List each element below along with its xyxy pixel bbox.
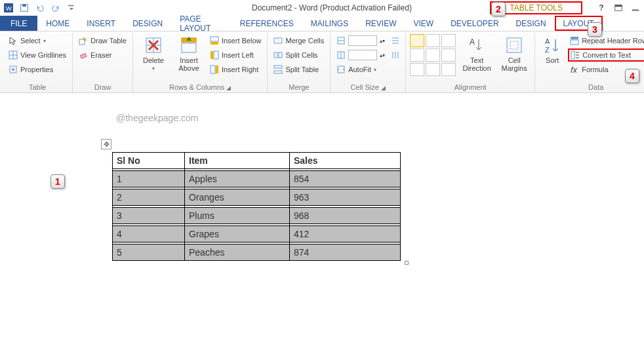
view-gridlines-button[interactable]: View Gridlines — [7, 49, 68, 62]
table-cell[interactable]: 854 — [290, 171, 401, 187]
rows-cols-dialog-launcher-icon[interactable]: ◢ — [226, 85, 231, 91]
table-resize-handle-icon[interactable] — [405, 261, 409, 265]
table-header-cell[interactable]: Sl No — [113, 153, 185, 169]
table-header-cell[interactable]: Item — [185, 153, 290, 169]
table-cell[interactable]: Peaches — [185, 244, 290, 261]
align-top-right[interactable] — [441, 34, 456, 47]
row-height-input[interactable]: ▴▾ — [334, 34, 387, 47]
tab-design[interactable]: DESIGN — [124, 16, 171, 31]
merge-cells-button[interactable]: Merge Cells — [272, 34, 326, 47]
table-row[interactable]: 1Apples854 — [113, 171, 401, 187]
align-bot-center[interactable] — [426, 63, 440, 76]
table-row[interactable]: 4Grapes412 — [113, 226, 401, 243]
distribute-cols-button[interactable] — [390, 49, 401, 62]
save-icon[interactable] — [18, 2, 30, 14]
tab-review[interactable]: REVIEW — [357, 16, 405, 31]
split-table-label: Split Table — [285, 66, 319, 73]
table-cell[interactable]: 2 — [113, 189, 185, 206]
tab-references[interactable]: REFERENCES — [231, 16, 302, 31]
cell-size-dialog-launcher-icon[interactable]: ◢ — [381, 85, 386, 91]
table-move-handle-icon[interactable]: ✥ — [101, 139, 111, 149]
table-row[interactable]: 3Plums968 — [113, 208, 401, 224]
table-cell[interactable]: 963 — [290, 189, 401, 206]
table-header-row[interactable]: Sl No Item Sales — [113, 153, 401, 169]
row-height-icon — [336, 36, 346, 45]
table-header-cell[interactable]: Sales — [290, 153, 401, 169]
table-cell[interactable]: Grapes — [185, 226, 290, 243]
align-bot-right[interactable] — [441, 63, 456, 76]
group-label-draw: Draw — [77, 82, 129, 92]
distribute-cols-icon — [391, 50, 400, 60]
insert-below-icon — [210, 36, 219, 45]
table-cell[interactable]: 1 — [113, 171, 185, 187]
table-cell[interactable]: 968 — [290, 208, 401, 224]
table-row[interactable]: 5Peaches874 — [113, 244, 401, 261]
autofit-label: AutoFit — [348, 66, 371, 73]
select-button[interactable]: Select▾ — [7, 34, 68, 47]
tab-developer[interactable]: DEVELOPER — [442, 16, 507, 31]
align-mid-right[interactable] — [441, 49, 456, 62]
table-cell[interactable]: 4 — [113, 226, 185, 243]
ribbon-group-merge: Merge Cells Split Cells Split Table Merg… — [268, 33, 331, 92]
table-row[interactable]: 2Oranges963 — [113, 189, 401, 206]
redo-icon[interactable] — [50, 2, 62, 14]
align-mid-left[interactable] — [410, 49, 424, 62]
sort-button[interactable]: AZSort — [539, 34, 565, 66]
col-width-input[interactable]: ▴▾ — [334, 49, 387, 62]
table-cell[interactable]: Apples — [185, 171, 290, 187]
autofit-button[interactable]: AutoFit▾ — [334, 63, 387, 76]
insert-left-button[interactable]: Insert Left — [208, 49, 264, 62]
eraser-icon — [79, 50, 88, 60]
qat-customize-icon[interactable] — [66, 2, 77, 14]
watermark-text: @thegeekpage.com — [116, 113, 199, 123]
ribbon-display-options-icon[interactable] — [613, 2, 624, 14]
split-cells-button[interactable]: Split Cells — [272, 49, 326, 62]
merge-cells-label: Merge Cells — [285, 37, 324, 45]
pencil-table-icon — [79, 36, 88, 45]
table-cell[interactable]: Plums — [185, 208, 290, 224]
tab-page-layout[interactable]: PAGE LAYOUT — [171, 16, 231, 31]
tab-insert[interactable]: INSERT — [78, 16, 124, 31]
align-top-left[interactable] — [410, 34, 424, 47]
repeat-header-rows-button[interactable]: Repeat Header Rows — [568, 34, 644, 47]
table-cell[interactable]: 3 — [113, 208, 185, 224]
distribute-rows-icon — [391, 36, 400, 45]
autofit-icon — [336, 65, 346, 74]
distribute-rows-button[interactable] — [390, 34, 401, 47]
tab-table-design[interactable]: DESIGN — [508, 16, 555, 31]
align-bot-left[interactable] — [410, 63, 424, 76]
convert-to-text-button[interactable]: Convert to Text — [568, 49, 644, 62]
insert-below-button[interactable]: Insert Below — [208, 34, 264, 47]
table-cell[interactable]: Oranges — [185, 189, 290, 206]
insert-right-button[interactable]: Insert Right — [208, 63, 264, 76]
annotation-badge-4: 4 — [625, 69, 639, 83]
minimize-icon[interactable] — [630, 2, 641, 14]
table-cell[interactable]: 412 — [290, 226, 401, 243]
help-icon[interactable]: ? — [595, 2, 607, 14]
repeat-header-icon — [570, 36, 579, 45]
document-table[interactable]: Sl No Item Sales 1Apples854 2Oranges963 … — [112, 152, 401, 261]
insert-left-icon — [210, 50, 219, 60]
tab-file[interactable]: FILE — [0, 16, 37, 31]
insert-above-button[interactable]: Insert Above — [172, 34, 205, 73]
delete-button[interactable]: Delete▾ — [137, 34, 170, 73]
text-direction-button[interactable]: AText Direction — [458, 34, 495, 73]
eraser-button[interactable]: Eraser — [77, 49, 129, 62]
align-mid-center[interactable] — [426, 49, 440, 62]
merge-cells-icon — [273, 36, 283, 45]
draw-table-button[interactable]: Draw Table — [77, 34, 129, 47]
cell-margins-button[interactable]: Cell Margins — [498, 34, 531, 73]
tab-home[interactable]: HOME — [37, 16, 78, 31]
ribbon-group-rows-columns: Delete▾ Insert Above Insert Below Insert… — [133, 33, 268, 92]
tab-mailings[interactable]: MAILINGS — [302, 16, 357, 31]
insert-right-icon — [210, 65, 219, 74]
properties-button[interactable]: Properties — [7, 63, 68, 76]
svg-rect-29 — [279, 52, 282, 58]
table-cell[interactable]: 874 — [290, 244, 401, 261]
table-cell[interactable]: 5 — [113, 244, 185, 261]
split-table-button[interactable]: Split Table — [272, 63, 326, 76]
text-direction-label: Text Direction — [460, 56, 494, 72]
tab-view[interactable]: VIEW — [405, 16, 443, 31]
undo-icon[interactable] — [34, 2, 46, 14]
align-top-center[interactable] — [426, 34, 440, 47]
